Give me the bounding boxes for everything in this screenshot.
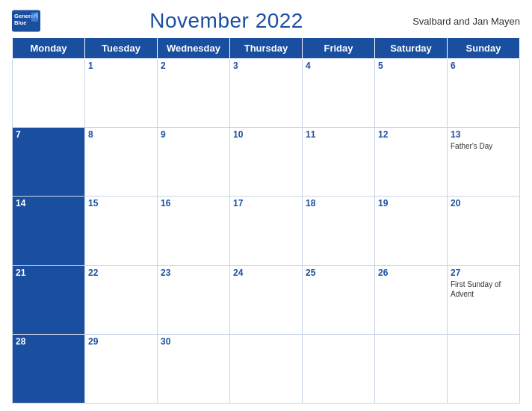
- day-number: 10: [233, 129, 299, 140]
- calendar-cell-1-3: 2: [158, 59, 230, 128]
- day-number: 9: [161, 129, 226, 140]
- day-number: 30: [161, 336, 226, 347]
- calendar-week-row-5: 282930: [13, 334, 520, 403]
- calendar-cell-1-7: 6: [448, 59, 520, 128]
- calendar-week-row-4: 21222324252627First Sunday of Advent: [13, 265, 520, 334]
- day-number: 22: [88, 268, 154, 278]
- day-number: 4: [306, 61, 371, 71]
- calendar-cell-5-2: 29: [85, 334, 158, 403]
- calendar-cell-3-1: 14: [13, 197, 85, 265]
- calendar-cell-2-6: 12: [375, 128, 448, 197]
- title-area: November 2022: [40, 9, 412, 33]
- col-wednesday: Wednesday: [158, 38, 230, 59]
- calendar-cell-4-1: 21: [13, 265, 85, 334]
- col-tuesday: Tuesday: [85, 38, 158, 59]
- day-number: 26: [378, 268, 444, 278]
- day-number: 19: [378, 198, 444, 208]
- calendar-body: 12345678910111213Father's Day14151617181…: [13, 59, 520, 404]
- calendar-header: General Blue November 2022 Svalbard and …: [12, 9, 520, 33]
- day-number: 27: [451, 268, 516, 278]
- event-label: Father's Day: [451, 141, 516, 151]
- col-friday: Friday: [303, 38, 375, 59]
- calendar-cell-2-4: 10: [230, 128, 303, 197]
- logo-area: General Blue: [12, 10, 40, 32]
- day-number: 1: [88, 61, 154, 71]
- day-number: 18: [306, 198, 371, 208]
- calendar-week-row-2: 78910111213Father's Day: [13, 128, 520, 197]
- day-number: 20: [451, 198, 516, 208]
- calendar-cell-1-2: 1: [85, 59, 158, 128]
- calendar-cell-4-3: 23: [158, 265, 230, 334]
- calendar-cell-2-2: 8: [85, 128, 158, 197]
- day-number: 11: [306, 129, 371, 140]
- calendar-cell-5-3: 30: [158, 334, 230, 403]
- calendar-cell-3-4: 17: [230, 197, 303, 265]
- day-number: 7: [16, 129, 81, 140]
- calendar-cell-3-2: 15: [85, 197, 158, 265]
- day-number: 5: [378, 61, 444, 71]
- calendar-cell-3-3: 16: [158, 197, 230, 265]
- col-sunday: Sunday: [448, 38, 520, 59]
- calendar-cell-1-6: 5: [375, 59, 448, 128]
- event-label: First Sunday of Advent: [451, 279, 516, 299]
- day-number: 25: [306, 268, 371, 278]
- col-saturday: Saturday: [375, 38, 448, 59]
- col-thursday: Thursday: [230, 38, 303, 59]
- calendar-cell-1-1: [13, 59, 85, 128]
- calendar-cell-4-7: 27First Sunday of Advent: [448, 265, 520, 334]
- weekday-header-row: Monday Tuesday Wednesday Thursday Friday…: [13, 38, 520, 59]
- day-number: 15: [88, 198, 154, 208]
- day-number: 17: [233, 198, 299, 208]
- day-number: 6: [451, 61, 516, 71]
- day-number: 23: [161, 268, 226, 278]
- day-number: 8: [88, 129, 154, 140]
- col-monday: Monday: [13, 38, 85, 59]
- calendar-cell-4-6: 26: [375, 265, 448, 334]
- calendar-title: November 2022: [149, 9, 303, 32]
- day-number: 29: [88, 336, 154, 347]
- day-number: 2: [161, 61, 226, 71]
- day-number: 12: [378, 129, 444, 140]
- calendar-cell-2-1: 7: [13, 128, 85, 197]
- day-number: 14: [16, 198, 81, 208]
- calendar-cell-2-5: 11: [303, 128, 375, 197]
- general-blue-logo: General Blue: [12, 10, 40, 32]
- calendar-week-row-1: 123456: [13, 59, 520, 128]
- calendar-cell-2-3: 9: [158, 128, 230, 197]
- svg-text:Blue: Blue: [14, 19, 26, 26]
- calendar-cell-5-1: 28: [13, 334, 85, 403]
- calendar-table: Monday Tuesday Wednesday Thursday Friday…: [12, 37, 520, 404]
- calendar-week-row-3: 14151617181920: [13, 197, 520, 265]
- day-number: 13: [451, 129, 516, 140]
- calendar-cell-5-4: [230, 334, 303, 403]
- calendar-cell-4-2: 22: [85, 265, 158, 334]
- calendar-cell-4-5: 25: [303, 265, 375, 334]
- calendar-cell-5-6: [375, 334, 448, 403]
- calendar-cell-5-7: [448, 334, 520, 403]
- calendar-cell-1-4: 3: [230, 59, 303, 128]
- calendar-cell-3-5: 18: [303, 197, 375, 265]
- calendar-cell-4-4: 24: [230, 265, 303, 334]
- calendar-cell-1-5: 4: [303, 59, 375, 128]
- calendar-cell-5-5: [303, 334, 375, 403]
- day-number: 16: [161, 198, 226, 208]
- day-number: 28: [16, 336, 81, 347]
- region-label: Svalbard and Jan Mayen: [412, 16, 520, 27]
- day-number: 24: [233, 268, 299, 278]
- calendar-cell-3-7: 20: [448, 197, 520, 265]
- calendar-page: General Blue November 2022 Svalbard and …: [0, 0, 532, 411]
- calendar-cell-3-6: 19: [375, 197, 448, 265]
- calendar-cell-2-7: 13Father's Day: [448, 128, 520, 197]
- day-number: 3: [233, 61, 299, 71]
- day-number: 21: [16, 268, 81, 278]
